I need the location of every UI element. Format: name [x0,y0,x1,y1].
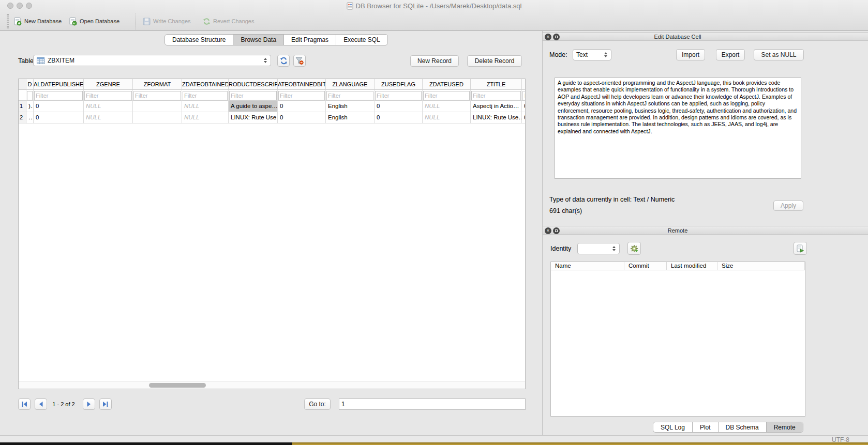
mode-select[interactable]: Text [573,49,611,60]
remote-column-header[interactable]: Last modified [667,262,717,270]
tab-execute-sql[interactable]: Execute SQL [336,35,387,45]
column-header[interactable]: ZDATEUSED [423,79,471,90]
row-number[interactable]: 1 [19,101,26,112]
grid-cell[interactable]: NULL [423,112,471,124]
write-changes-button[interactable]: Write Changes [143,16,191,27]
filter-input[interactable] [326,91,373,100]
set-as-null-button[interactable]: Set as NULL [754,49,804,60]
filter-input[interactable] [84,91,132,100]
column-header[interactable]: ZLANGUAGE [326,79,375,90]
new-record-button[interactable]: New Record [410,55,459,67]
column-header[interactable]: ZGENRE [84,79,133,90]
filter-cell [278,90,326,101]
filter-input[interactable] [27,91,33,100]
grid-cell[interactable]: NULL [84,112,133,124]
column-header[interactable]: ZFORMAT [133,79,182,90]
open-database-button[interactable]: Open Database [69,16,119,27]
tab-browse-data[interactable]: Browse Data [233,35,284,45]
tab-sql-log[interactable]: SQL Log [653,422,693,432]
grid-cell[interactable]: Aspectj in Actio… [471,101,522,112]
grid-cell[interactable]: English [326,101,375,112]
goto-button[interactable]: Go to: [304,398,331,410]
last-page-button[interactable] [99,398,112,410]
column-header[interactable] [522,79,526,90]
toolbar-drag-handle[interactable] [7,14,9,28]
grid-cell[interactable]: 0 [522,112,526,124]
remote-column-header[interactable]: Size [717,262,805,270]
table-select[interactable]: ZBXITEM [33,55,271,66]
filter-input[interactable] [471,91,521,100]
push-database-icon [796,244,804,253]
identity-select[interactable] [577,243,620,254]
remote-column-header[interactable]: Name [551,262,624,270]
delete-record-button[interactable]: Delete Record [467,55,522,67]
grid-cell[interactable]: 0 [34,112,84,124]
horizontal-scrollbar-thumb[interactable] [149,383,206,388]
cell-type-info: Type of data currently in cell: Text / N… [549,196,675,203]
grid-cell[interactable]: NULL [423,101,471,112]
grid-cell[interactable] [133,101,182,112]
column-header[interactable]: ZTITLE [471,79,522,90]
grid-cell[interactable]: NULL [84,101,133,112]
grid-cell[interactable]: English [326,112,375,124]
refresh-button[interactable] [277,55,290,67]
grid-cell[interactable]: 0 [522,101,526,112]
grid-cell[interactable]: 0 [375,101,423,112]
new-database-button[interactable]: New Database [13,16,62,27]
tab-remote[interactable]: Remote [767,422,803,432]
filter-input[interactable] [183,91,228,100]
remote-column-header[interactable]: Commit [624,262,667,270]
grid-cell[interactable]: NULL [182,101,229,112]
column-header[interactable]: ATEOBTAINEDBITFL [278,79,326,90]
next-page-button[interactable] [83,398,95,410]
grid-cell[interactable]: 0 [278,101,326,112]
grid-cell[interactable]: … [26,112,34,124]
mode-select-value: Text [576,51,588,58]
grid-cell[interactable]: 0 [34,101,84,112]
filter-input[interactable] [278,91,325,100]
column-header[interactable]: RODUCTDESCRIPTIC [229,79,278,90]
column-header[interactable]: ALDATEPUBLISHEDI [34,79,84,90]
grid-cell[interactable] [133,112,182,124]
tab-edit-pragmas[interactable]: Edit Pragmas [284,35,336,45]
grid-cell[interactable]: NULL [182,112,229,124]
grid-cell[interactable]: 0 [375,112,423,124]
filter-input[interactable] [133,91,181,100]
filter-input[interactable] [423,91,470,100]
cell-editor[interactable]: A guide to aspect-oriented programming a… [555,78,801,179]
grid-cell[interactable]: LINUX: Rute Use… [471,112,522,124]
grid-cell[interactable]: LINUX: Rute Use… [229,112,278,124]
horizontal-scrollbar[interactable] [19,381,525,389]
filter-input[interactable] [34,91,83,100]
tab-plot[interactable]: Plot [693,422,719,432]
row-number[interactable]: 2 [19,112,26,124]
column-header[interactable]: ZUSEDFLAG [375,79,423,90]
first-page-button[interactable] [18,398,31,410]
desktop-strip-gold [292,442,868,445]
tab-db-schema[interactable]: DB Schema [719,422,767,432]
export-button[interactable]: Export [716,49,745,60]
filter-input[interactable] [375,91,422,100]
write-changes-icon [143,18,151,25]
filter-input[interactable] [522,91,526,100]
apply-button[interactable]: Apply [773,201,803,211]
filter-cell [133,90,182,101]
goto-input[interactable] [339,398,526,410]
column-header[interactable]: D [26,79,34,90]
revert-changes-button[interactable]: Revert Changes [203,16,255,27]
filter-input[interactable] [229,91,277,100]
push-database-button[interactable] [794,242,807,255]
toolbar: New Database Open Database Write Changes… [0,11,868,31]
grid-cell[interactable]: )… [26,101,34,112]
open-database-label: Open Database [80,18,119,24]
import-button[interactable]: Import [676,49,705,60]
previous-page-button[interactable] [35,398,47,410]
clear-filters-button[interactable] [293,55,306,67]
grid-body: 1)…0NULLNULLA guide to aspe…0English0NUL… [19,101,525,124]
column-header[interactable]: ZDATEOBTAINED [182,79,229,90]
grid-cell[interactable]: A guide to aspe… [229,101,278,112]
identity-settings-button[interactable] [627,242,641,255]
filter-cell [26,90,34,101]
grid-cell[interactable]: 0 [278,112,326,124]
tab-database-structure[interactable]: Database Structure [165,35,233,45]
